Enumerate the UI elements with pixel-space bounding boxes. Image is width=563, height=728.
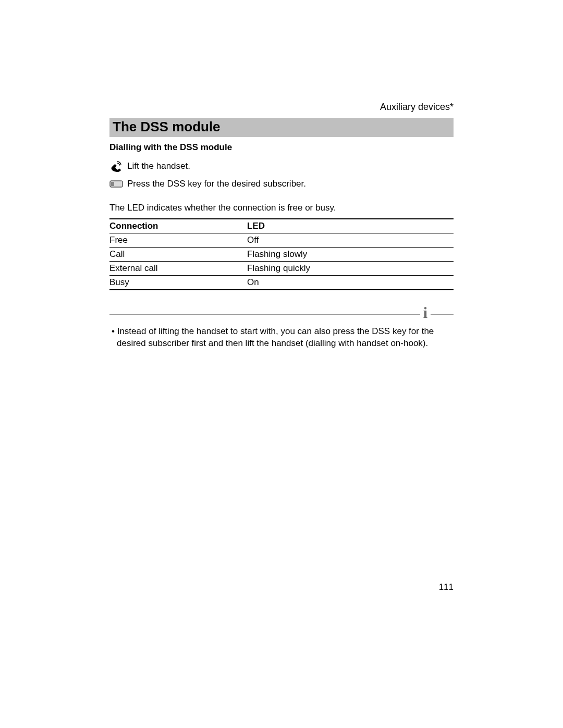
note-text: Instead of lifting the handset to start … — [109, 326, 454, 350]
step-lift-handset: Lift the handset. — [109, 160, 454, 172]
table-row: Busy On — [109, 275, 454, 290]
handset-icon — [109, 161, 123, 172]
table-cell: Call — [109, 247, 247, 261]
table-row: External call Flashing quickly — [109, 261, 454, 275]
table-row: Call Flashing slowly — [109, 247, 454, 261]
document-page: Auxiliary devices* The DSS module Dialli… — [0, 0, 563, 728]
table-cell: Flashing slowly — [247, 247, 454, 261]
led-table: Connection LED Free Off Call Flashing sl… — [109, 218, 454, 290]
table-cell: Busy — [109, 275, 247, 290]
table-header-led: LED — [247, 219, 454, 233]
header-section-label: Auxiliary devices* — [109, 102, 454, 113]
table-cell: Off — [247, 233, 454, 247]
page-number: 111 — [439, 582, 454, 593]
key-icon — [109, 180, 123, 188]
separator-line — [109, 314, 420, 315]
table-cell: Flashing quickly — [247, 261, 454, 275]
led-intro-text: The LED indicates whether the connection… — [109, 203, 454, 213]
title-bar: The DSS module — [109, 118, 454, 137]
separator-line — [431, 314, 454, 315]
table-header-connection: Connection — [109, 219, 247, 233]
table-cell: Free — [109, 233, 247, 247]
table-row: Free Off — [109, 233, 454, 247]
step-press-key: Press the DSS key for the desired subscr… — [109, 178, 454, 190]
svg-rect-1 — [111, 182, 114, 186]
table-cell: External call — [109, 261, 247, 275]
step-text: Press the DSS key for the desired subscr… — [127, 178, 306, 190]
subheading: Dialling with the DSS module — [109, 142, 454, 153]
table-cell: On — [247, 275, 454, 290]
info-separator: i — [109, 308, 454, 320]
table-header-row: Connection LED — [109, 219, 454, 233]
page-title: The DSS module — [113, 119, 450, 135]
info-icon: i — [420, 304, 431, 322]
step-text: Lift the handset. — [127, 160, 190, 172]
